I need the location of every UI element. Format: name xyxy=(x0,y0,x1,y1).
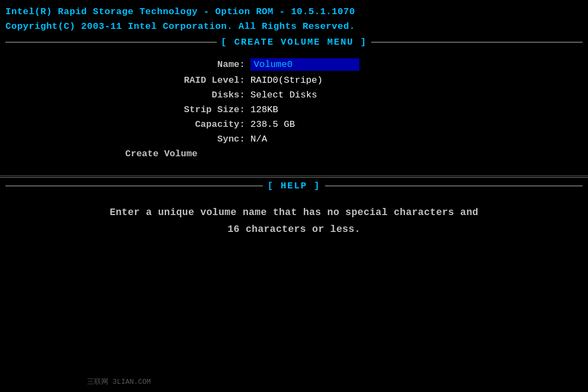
main-divider-top xyxy=(0,175,588,176)
disks-row: Disks: Select Disks xyxy=(131,90,457,100)
help-title-bar: [ HELP ] xyxy=(0,179,588,193)
divider-left xyxy=(5,42,217,42)
disks-value[interactable]: Select Disks xyxy=(250,90,317,100)
watermark: 三联网 3LIAN.COM xyxy=(87,377,151,387)
help-divider-right xyxy=(325,186,583,186)
header: Intel(R) Rapid Storage Technology - Opti… xyxy=(0,0,588,34)
header-line1: Intel(R) Rapid Storage Technology - Opti… xyxy=(0,0,588,19)
strip-size-value[interactable]: 128KB xyxy=(250,105,278,115)
capacity-row: Capacity: 238.5 GB xyxy=(131,119,457,130)
help-title: [ HELP ] xyxy=(263,181,325,191)
raid-level-label: RAID Level: xyxy=(131,75,250,85)
capacity-value[interactable]: 238.5 GB xyxy=(250,119,295,130)
bios-screen: Intel(R) Rapid Storage Technology - Opti… xyxy=(0,0,588,392)
strip-size-label: Strip Size: xyxy=(131,105,250,115)
help-divider-left xyxy=(5,186,263,186)
name-label: Name: xyxy=(131,59,250,70)
create-volume-button[interactable]: Create Volume xyxy=(125,149,588,159)
name-row: Name: Volume0 xyxy=(131,58,457,71)
sync-row: Sync: N/A xyxy=(131,134,457,144)
sync-value[interactable]: N/A xyxy=(250,134,267,144)
create-volume-title: [ CREATE VOLUME MENU ] xyxy=(217,37,371,47)
raid-level-value[interactable]: RAID0(Stripe) xyxy=(250,75,323,85)
form-table: Name: Volume0 RAID Level: RAID0(Stripe) … xyxy=(131,58,457,144)
main-content: Name: Volume0 RAID Level: RAID0(Stripe) … xyxy=(0,47,588,159)
help-section: [ HELP ] Enter a unique volume name that… xyxy=(0,179,588,237)
raid-level-row: RAID Level: RAID0(Stripe) xyxy=(131,75,457,85)
name-value[interactable]: Volume0 xyxy=(250,58,359,71)
create-volume-title-bar: [ CREATE VOLUME MENU ] xyxy=(0,37,588,47)
main-divider-bottom xyxy=(0,177,588,177)
header-line2: Copyright(C) 2003-11 Intel Corporation. … xyxy=(0,19,588,34)
help-text-line2: 16 characters or less. xyxy=(5,221,583,238)
strip-size-row: Strip Size: 128KB xyxy=(131,105,457,115)
sync-label: Sync: xyxy=(131,134,250,144)
disks-label: Disks: xyxy=(131,90,250,100)
help-content: Enter a unique volume name that has no s… xyxy=(0,193,588,237)
capacity-label: Capacity: xyxy=(131,119,250,130)
help-text-line1: Enter a unique volume name that has no s… xyxy=(5,204,583,221)
divider-right xyxy=(371,42,583,42)
